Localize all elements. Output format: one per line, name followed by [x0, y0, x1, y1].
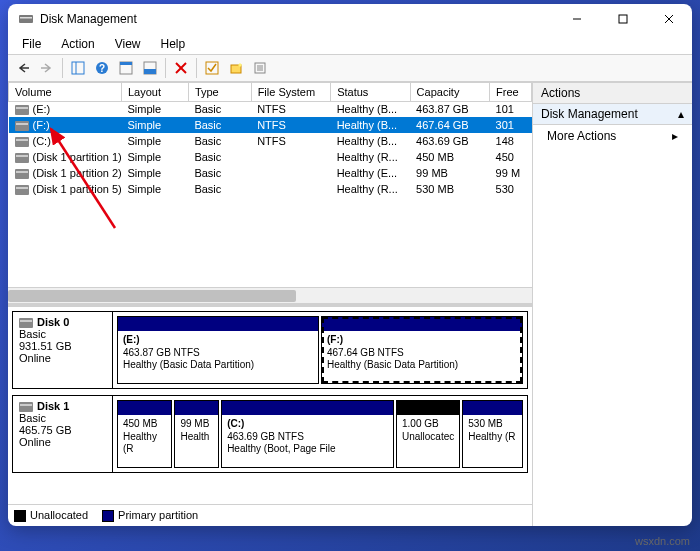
- volume-icon: [15, 121, 29, 131]
- settings-view-button[interactable]: [115, 57, 137, 79]
- menu-action[interactable]: Action: [53, 36, 102, 52]
- menu-file[interactable]: File: [14, 36, 49, 52]
- titlebar: Disk Management: [8, 4, 692, 34]
- show-hide-tree-button[interactable]: [67, 57, 89, 79]
- volume-icon: [15, 137, 29, 147]
- svg-rect-1: [20, 17, 32, 19]
- volume-row[interactable]: (Disk 1 partition 2)SimpleBasicHealthy (…: [9, 165, 532, 181]
- svg-rect-11: [120, 62, 132, 65]
- collapse-icon: ▴: [678, 107, 684, 121]
- toolbar: ?: [8, 54, 692, 82]
- volume-icon: [15, 105, 29, 115]
- help-button[interactable]: ?: [91, 57, 113, 79]
- window-title: Disk Management: [40, 12, 554, 26]
- volume-row[interactable]: (Disk 1 partition 5)SimpleBasicHealthy (…: [9, 181, 532, 197]
- svg-rect-0: [19, 15, 33, 23]
- forward-button[interactable]: [36, 57, 58, 79]
- disk-icon: [19, 402, 33, 412]
- col-filesystem[interactable]: File System: [251, 83, 330, 101]
- col-free[interactable]: Free: [490, 83, 532, 101]
- volume-icon: [15, 185, 29, 195]
- watermark: wsxdn.com: [635, 535, 690, 547]
- volume-icon: [15, 153, 29, 163]
- volume-row[interactable]: (Disk 1 partition 1)SimpleBasicHealthy (…: [9, 149, 532, 165]
- volume-icon: [15, 169, 29, 179]
- new-button[interactable]: [225, 57, 247, 79]
- volume-row[interactable]: (F:)SimpleBasicNTFSHealthy (B...467.64 G…: [9, 117, 532, 133]
- partition[interactable]: (E:)463.87 GB NTFSHealthy (Basic Data Pa…: [117, 316, 319, 384]
- actions-pane: Actions Disk Management ▴ More Actions ▸: [532, 83, 692, 526]
- partition[interactable]: 1.00 GBUnallocatec: [396, 400, 460, 468]
- window-controls: [554, 4, 692, 34]
- partition[interactable]: (C:)463.69 GB NTFSHealthy (Boot, Page Fi…: [221, 400, 394, 468]
- actions-section[interactable]: Disk Management ▴: [533, 104, 692, 125]
- delete-button[interactable]: [170, 57, 192, 79]
- disk-icon: [19, 318, 33, 328]
- col-type[interactable]: Type: [188, 83, 251, 101]
- maximize-button[interactable]: [600, 4, 646, 34]
- close-button[interactable]: [646, 4, 692, 34]
- legend-swatch-unallocated: [14, 510, 26, 522]
- menu-view[interactable]: View: [107, 36, 149, 52]
- disk-row: Disk 0Basic931.51 GBOnline(E:)463.87 GB …: [12, 311, 528, 389]
- more-actions-item[interactable]: More Actions ▸: [533, 125, 692, 147]
- minimize-button[interactable]: [554, 4, 600, 34]
- col-layout[interactable]: Layout: [121, 83, 188, 101]
- svg-rect-3: [619, 15, 627, 23]
- horizontal-scrollbar[interactable]: [8, 287, 532, 303]
- content-area: Volume Layout Type File System Status Ca…: [8, 82, 692, 526]
- col-capacity[interactable]: Capacity: [410, 83, 489, 101]
- col-volume[interactable]: Volume: [9, 83, 122, 101]
- volume-list: Volume Layout Type File System Status Ca…: [8, 83, 532, 307]
- menubar: File Action View Help: [8, 34, 692, 54]
- volume-row[interactable]: (C:)SimpleBasicNTFSHealthy (B...463.69 G…: [9, 133, 532, 149]
- col-status[interactable]: Status: [331, 83, 410, 101]
- svg-rect-13: [144, 69, 156, 74]
- back-button[interactable]: [12, 57, 34, 79]
- settings-detail-button[interactable]: [139, 57, 161, 79]
- partition[interactable]: 99 MBHealth: [174, 400, 219, 468]
- svg-text:?: ?: [99, 63, 105, 74]
- partition[interactable]: (F:)467.64 GB NTFSHealthy (Basic Data Pa…: [321, 316, 523, 384]
- main-panel: Volume Layout Type File System Status Ca…: [8, 83, 532, 526]
- check-button[interactable]: [201, 57, 223, 79]
- partition[interactable]: 450 MBHealthy (R: [117, 400, 172, 468]
- disk-label[interactable]: Disk 1Basic465.75 GBOnline: [13, 396, 113, 472]
- volume-row[interactable]: (E:)SimpleBasicNTFSHealthy (B...463.87 G…: [9, 101, 532, 117]
- disk-label[interactable]: Disk 0Basic931.51 GBOnline: [13, 312, 113, 388]
- disk-management-window: Disk Management File Action View Help ?: [8, 4, 692, 526]
- svg-rect-6: [72, 62, 84, 74]
- properties-button[interactable]: [249, 57, 271, 79]
- disk-graphical-view: Disk 0Basic931.51 GBOnline(E:)463.87 GB …: [8, 307, 532, 504]
- disk-mgmt-icon: [18, 11, 34, 27]
- legend-swatch-primary: [102, 510, 114, 522]
- column-header-row: Volume Layout Type File System Status Ca…: [9, 83, 532, 101]
- partition[interactable]: 530 MBHealthy (R: [462, 400, 523, 468]
- disk-row: Disk 1Basic465.75 GBOnline450 MBHealthy …: [12, 395, 528, 473]
- actions-header: Actions: [533, 83, 692, 104]
- chevron-right-icon: ▸: [672, 129, 678, 143]
- menu-help[interactable]: Help: [153, 36, 194, 52]
- legend: Unallocated Primary partition: [8, 504, 532, 526]
- svg-rect-16: [206, 62, 218, 74]
